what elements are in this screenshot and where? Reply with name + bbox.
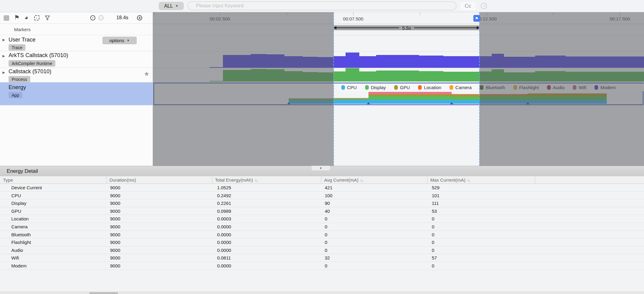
horizontal-scrollbar[interactable] (0, 292, 644, 294)
track-title: ArkTS Callstack (57010) (9, 52, 68, 59)
scrollbar-thumb[interactable] (89, 292, 118, 294)
sort-icon[interactable]: ↑↓ (467, 178, 470, 183)
table-cell: 0.0000 (217, 240, 231, 245)
track-sidebar: ⚑ ◕ 18.4s Markers ▶ User Trace Trace opt… (0, 12, 153, 166)
energy-band-cpu (452, 100, 479, 104)
zoom-out-button[interactable] (98, 15, 104, 20)
selection-start-line[interactable] (333, 12, 334, 166)
table-row[interactable]: GPU90000.09894053 (0, 207, 644, 215)
table-cell: 9000 (110, 263, 120, 268)
table-cell: 9000 (110, 185, 120, 190)
track-tag: Trace (9, 44, 25, 51)
legend-item[interactable]: GPU (394, 85, 410, 90)
markers-label: Markers (14, 27, 31, 32)
reset-zoom-button[interactable] (90, 15, 95, 20)
table-row[interactable]: Device Current90001.0525421529 (0, 184, 644, 192)
table-row[interactable]: Bluetooth90000.000000 (0, 231, 644, 239)
table-cell: 101 (432, 193, 439, 198)
legend-label: Camera (455, 85, 472, 90)
table-row[interactable]: Wifi90000.08113257 (0, 254, 644, 262)
selection-box-button[interactable] (4, 15, 9, 21)
table-cell: Flashlight (11, 240, 31, 245)
table-row[interactable]: Location90000.000300 (0, 215, 644, 223)
table-cell: 0 (432, 240, 434, 245)
table-cell: Audio (11, 248, 23, 253)
legend-label: CPU (347, 85, 357, 90)
energy-band-gpu (452, 95, 479, 97)
table-cell: 40 (325, 209, 330, 214)
table-cell: 0.0811 (217, 255, 231, 260)
track-tag: App (9, 92, 22, 98)
energy-band-cpu (368, 100, 452, 104)
energy-band-display (334, 99, 368, 100)
expand-arrow-icon[interactable]: ▶ (2, 54, 5, 58)
search-input[interactable] (187, 1, 457, 10)
selection-range-arrow[interactable]: 5.5s (334, 25, 479, 30)
favorite-star-icon[interactable]: ★ (144, 70, 150, 78)
legend-item[interactable]: Camera (450, 85, 472, 90)
column-header-type[interactable]: Type (3, 177, 13, 183)
contrast-tool-button[interactable]: ◕ (24, 14, 28, 20)
column-header-max-current-ma-[interactable]: Max Current(mA)↑↓ (430, 177, 470, 183)
legend-item[interactable]: Location (418, 85, 441, 90)
track-title: Callstack (57010) (9, 68, 51, 75)
collapse-panel-button[interactable]: ▼ (312, 166, 330, 170)
table-row[interactable]: CPU90000.2492100101 (0, 192, 644, 200)
arrow-left-icon (334, 26, 336, 29)
legend-item[interactable]: Display (365, 85, 386, 90)
legend-item[interactable]: CPU (341, 85, 357, 90)
expand-arrow-icon[interactable]: ▶ (2, 38, 5, 42)
column-separator (212, 176, 212, 184)
arrow-line (414, 27, 477, 28)
filter-funnel-icon[interactable] (45, 15, 50, 21)
chart-step-bar (359, 71, 376, 82)
chart-step-bar (376, 55, 419, 68)
table-cell: 0 (325, 216, 327, 221)
column-header-duration-ms-[interactable]: Duration(ms) (109, 177, 136, 183)
table-cell: Bluetooth (11, 232, 31, 237)
flag-tool-button[interactable]: ⚑ (14, 14, 20, 20)
table-cell: Camera (11, 224, 28, 229)
sidebar-item-arkts-callstack[interactable]: ▶ ArkTS Callstack (57010) ArkCompiler Ru… (0, 51, 153, 68)
sidebar-item-user-trace[interactable]: ▶ User Trace Trace options ▼ (0, 35, 153, 51)
table-row[interactable]: Modem90000.000000 (0, 262, 644, 270)
table-cell: 0.0000 (217, 224, 231, 229)
table-row[interactable]: Flashlight90000.000000 (0, 238, 644, 246)
capture-region-button[interactable] (34, 15, 39, 20)
table-cell: 0.2261 (217, 201, 231, 206)
table-cell: 0 (432, 263, 434, 268)
options-dropdown[interactable]: options ▼ (102, 37, 137, 44)
table-row[interactable]: Camera90000.000000 (0, 223, 644, 231)
match-case-button[interactable]: Cc (461, 2, 475, 10)
detail-panel-title: Energy Detail (7, 168, 38, 174)
column-header-total-energy-mah-[interactable]: Total Energy(mAh)↑↓ (215, 177, 257, 183)
table-cell: 32 (325, 255, 330, 260)
expand-arrow-icon[interactable]: ▶ (2, 71, 5, 74)
filter-dropdown-label: ALL (164, 3, 173, 9)
column-separator (321, 176, 321, 184)
timeline-chart-area[interactable]: 00:02.50000:07.50000:12.50000:17.500 5.5… (153, 12, 644, 166)
table-row[interactable]: Audio90000.000000 (0, 246, 644, 254)
column-header-avg-current-ma-[interactable]: Avg Current(mA)↑↓ (324, 177, 363, 183)
table-row[interactable]: Display90000.226190111 (0, 199, 644, 207)
table-cell: 90 (325, 201, 330, 206)
selection-end-line[interactable] (479, 12, 480, 166)
zoom-in-button[interactable] (137, 15, 142, 20)
selection-flag-icon[interactable]: ⚑ (473, 15, 480, 22)
detail-table-header: TypeDuration(ms)Total Energy(mAh)↑↓Avg C… (0, 176, 644, 184)
table-cell: 0.0989 (217, 209, 231, 214)
options-label: options (109, 38, 124, 43)
sidebar-item-callstack[interactable]: ▶ Callstack (57010) Process ★ (0, 68, 153, 82)
chart-step-bar (346, 53, 359, 68)
filter-dropdown[interactable]: ALL ▼ (159, 2, 184, 10)
energy-band-cpu (334, 100, 368, 104)
table-cell: 0.0000 (217, 232, 231, 237)
sort-icon[interactable]: ↑↓ (360, 178, 363, 183)
table-cell: Device Current (11, 185, 42, 190)
clock-icon[interactable] (481, 3, 487, 9)
sidebar-item-energy[interactable]: Energy App (0, 82, 153, 105)
table-cell: 57 (432, 255, 437, 260)
sort-icon[interactable]: ↑↓ (254, 178, 257, 183)
energy-band-wifi (334, 98, 368, 99)
visible-duration-label: 18.4s (113, 15, 132, 20)
